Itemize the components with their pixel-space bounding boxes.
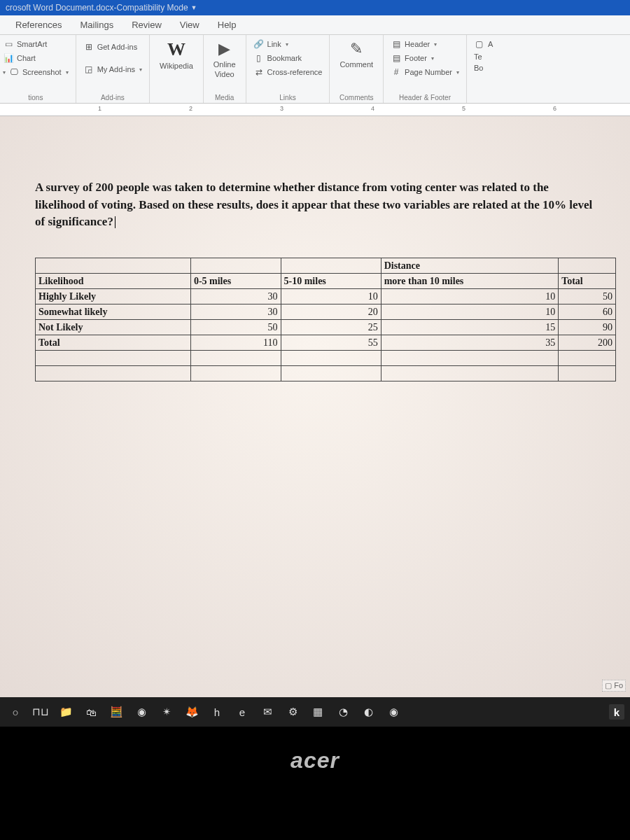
online-video-icon: ▶ [215, 39, 234, 59]
minecraft-icon[interactable]: ▦ [308, 702, 328, 722]
file-explorer-icon[interactable]: 📁 [56, 702, 76, 722]
link-button[interactable]: 🔗 Link ▾ [252, 38, 324, 50]
chevron-down-icon: ▾ [434, 41, 437, 48]
table-row[interactable] [36, 365, 616, 381]
text-box-a-button[interactable]: ▢ A [472, 38, 494, 50]
smartart-button[interactable]: ▭ SmartArt [1, 38, 70, 50]
focus-icon: ▢ [605, 681, 612, 690]
monitor-brand: acer [290, 748, 340, 774]
header-button[interactable]: ▤ Header ▾ [389, 38, 461, 50]
headerfooter-group-label: Header & Footer [389, 92, 461, 102]
chart-icon: 📊 [3, 52, 14, 64]
wikipedia-icon: W [167, 39, 186, 60]
ribbon-tabs: References Mailings Review View Help [0, 15, 630, 35]
chevron-down-icon: ▾ [66, 69, 69, 76]
search-circle-icon[interactable]: ○ [6, 702, 25, 722]
bookmark-button[interactable]: ▯ Bookmark [252, 52, 324, 64]
focus-mode-badge[interactable]: ▢ Fo [602, 680, 626, 692]
chart-button[interactable]: 📊 Chart [1, 52, 70, 64]
tab-help[interactable]: Help [215, 18, 239, 31]
ribbon: ▭ SmartArt 📊 Chart ▾ 🖵 Screenshot ▾ tion… [0, 35, 630, 104]
text-cursor [115, 216, 115, 228]
addins-icon: ◲ [83, 64, 94, 75]
addins-group-label: Add-ins [82, 92, 144, 102]
table-row[interactable] [36, 350, 616, 365]
links-group-label: Links [252, 92, 324, 102]
table-row[interactable]: Highly Likely 30 10 10 50 [36, 288, 616, 304]
table-row[interactable]: Somewhat likely 30 20 10 60 [36, 304, 616, 319]
tab-review[interactable]: Review [129, 18, 164, 31]
tab-references[interactable]: References [13, 18, 64, 31]
table-row[interactable]: Total 110 55 35 200 [36, 335, 616, 350]
settings-icon[interactable]: ⚙ [283, 702, 302, 722]
title-bar: crosoft Word Document.docx - Compatibili… [0, 0, 630, 15]
document-area[interactable]: A survey of 200 people was taken to dete… [0, 116, 630, 697]
chevron-down-icon: ▾ [139, 66, 142, 73]
bookmark-icon: ▯ [253, 52, 265, 64]
store-icon[interactable]: 🛍 [81, 702, 101, 722]
steam-icon[interactable]: ◉ [132, 702, 151, 722]
media-group-label: Media [209, 92, 240, 102]
screenshot-icon: 🖵 [8, 66, 20, 78]
task-view-icon[interactable]: ⊓⊔ [31, 702, 50, 722]
document-paragraph[interactable]: A survey of 200 people was taken to dete… [35, 179, 595, 231]
chrome-icon[interactable]: ◉ [384, 702, 403, 722]
app-icon-1[interactable]: ✴ [157, 702, 176, 722]
text-bo-button[interactable]: Bo [472, 63, 494, 73]
comments-group-label: Comments [335, 92, 377, 102]
table-row[interactable]: Likelihood 0-5 miles 5-10 miles more tha… [36, 273, 616, 288]
chevron-down-icon: ▾ [3, 69, 6, 76]
comment-button[interactable]: ✎ Comment [335, 38, 377, 70]
table-row[interactable]: Not Likely 50 25 15 90 [36, 319, 616, 335]
text-te-button[interactable]: Te [472, 52, 494, 62]
footer-icon: ▤ [391, 52, 402, 64]
header-icon: ▤ [391, 38, 402, 50]
calculator-icon[interactable]: 🧮 [106, 702, 126, 722]
chevron-down-icon: ▾ [431, 55, 434, 62]
data-table[interactable]: Distance Likelihood 0-5 miles 5-10 miles… [35, 258, 616, 382]
illustrations-group-label: tions [1, 92, 70, 102]
link-icon: 🔗 [253, 38, 265, 50]
screenshot-button[interactable]: ▾ 🖵 Screenshot ▾ [1, 66, 70, 78]
chevron-down-icon: ▾ [456, 69, 459, 76]
cross-reference-button[interactable]: ⇄ Cross-reference [252, 66, 324, 78]
table-row[interactable]: Distance [36, 258, 616, 273]
monitor-bezel: acer [0, 727, 630, 840]
title-dropdown-icon[interactable]: ▼ [191, 4, 197, 11]
k-app-icon[interactable]: k [609, 704, 624, 720]
smartart-icon: ▭ [3, 38, 14, 50]
footer-button[interactable]: ▤ Footer ▾ [389, 52, 461, 64]
horizontal-ruler[interactable]: 1 2 3 4 5 6 [0, 104, 630, 116]
page-number-button[interactable]: # Page Number ▾ [389, 66, 461, 78]
comment-icon: ✎ [346, 39, 366, 59]
h-icon[interactable]: h [207, 702, 227, 722]
distance-header[interactable]: Distance [381, 258, 558, 273]
my-addins-button[interactable]: ◲ My Add-ins ▾ [82, 63, 144, 76]
chevron-down-icon: ▾ [286, 41, 288, 48]
cross-reference-icon: ⇄ [253, 66, 265, 78]
page-number-icon: # [391, 66, 402, 78]
online-video-button[interactable]: ▶ Online Video [209, 38, 240, 80]
discord-icon[interactable]: ◔ [333, 702, 353, 722]
get-addins-button[interactable]: ⊞ Get Add-ins [82, 41, 144, 53]
app-icon-2[interactable]: ◐ [358, 702, 378, 722]
edge-icon[interactable]: e [232, 702, 252, 722]
compatibility-mode: Compatibility Mode [117, 3, 188, 13]
mail-icon[interactable]: ✉ [258, 702, 277, 722]
taskbar: ○⊓⊔📁🛍🧮◉✴🦊he✉⚙▦◔◐◉ k [0, 697, 630, 727]
store-icon: ⊞ [83, 41, 94, 52]
tab-view[interactable]: View [177, 18, 202, 31]
firefox-icon[interactable]: 🦊 [182, 702, 202, 722]
wikipedia-button[interactable]: W Wikipedia [155, 38, 197, 71]
document-name: crosoft Word Document.docx [6, 3, 114, 13]
text-box-icon: ▢ [474, 38, 485, 50]
tab-mailings[interactable]: Mailings [77, 18, 116, 31]
